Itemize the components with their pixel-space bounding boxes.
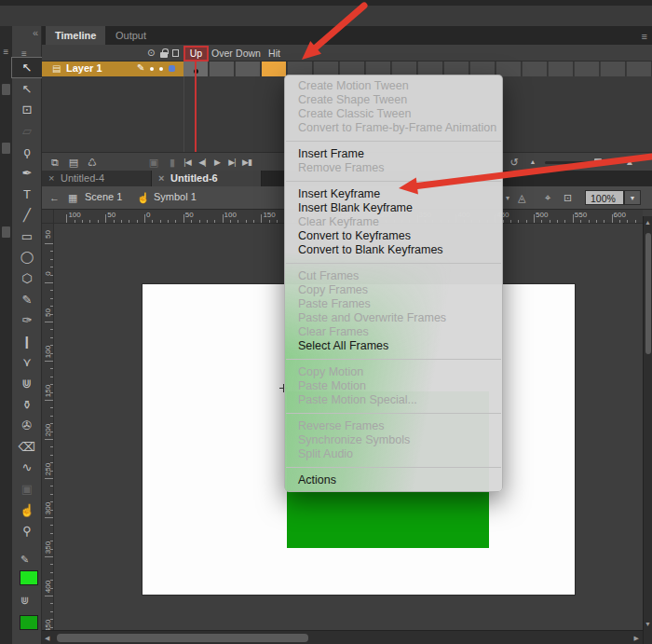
selection-tool[interactable]: ↖	[12, 58, 42, 77]
menu-item-paste-and-overwrite-frames[interactable]: Paste and Overwrite Frames	[285, 311, 502, 325]
width-tool[interactable]: ∿	[12, 458, 42, 477]
menu-item-clear-frames[interactable]: Clear Frames	[285, 325, 502, 339]
rectangle-tool[interactable]: ▭	[12, 226, 42, 246]
pencil-tool[interactable]: ✎	[12, 290, 42, 309]
layer-lock-dot[interactable]	[159, 67, 163, 71]
eyedropper-tool[interactable]: ✇	[12, 416, 42, 435]
step-back-button[interactable]: ◀|	[195, 155, 210, 170]
camera-toggle-button[interactable]: ▣	[147, 155, 160, 170]
go-to-last-frame-button[interactable]: ▶▮	[239, 155, 254, 170]
bone-tool[interactable]: ⋎	[12, 352, 42, 372]
zoom-level-value[interactable]: 100%	[585, 190, 624, 205]
menu-item-remove-frames[interactable]: Remove Frames	[285, 161, 502, 175]
tab-timeline[interactable]: Timeline	[46, 26, 105, 45]
outline-all-icon[interactable]	[172, 49, 179, 57]
menu-item-copy-motion[interactable]: Copy Motion	[285, 365, 502, 379]
close-icon[interactable]: ×	[158, 171, 164, 186]
menu-item-cut-frames[interactable]: Cut Frames	[285, 269, 502, 283]
dock-panel-grip[interactable]	[2, 84, 10, 95]
center-frame-icon[interactable]: ⌖	[545, 192, 550, 204]
breadcrumb-symbol[interactable]: Symbol 1	[154, 191, 197, 202]
lasso-tool[interactable]: ϙ	[12, 142, 42, 161]
scroll-right-icon[interactable]: ▶	[634, 635, 639, 642]
back-arrow-icon[interactable]: ←	[49, 192, 60, 203]
frame-cell[interactable]	[210, 62, 235, 76]
frame-cell[interactable]	[627, 62, 652, 76]
ink-bottle-tool[interactable]: ⚱	[12, 395, 42, 415]
loop-playback-button[interactable]: ↺	[508, 155, 521, 170]
breadcrumb-scene[interactable]: Scene 1	[85, 191, 122, 202]
menu-item-actions[interactable]: Actions	[285, 473, 502, 487]
zoom-tool[interactable]: ⚲	[12, 521, 42, 541]
frame-label-down[interactable]: Down	[236, 45, 261, 62]
new-folder-button[interactable]: ▤	[67, 155, 80, 170]
go-to-first-frame-button[interactable]: |◀	[180, 155, 195, 170]
dock-panel-grip[interactable]	[2, 143, 10, 154]
show-hide-all-icon[interactable]: ⊙	[147, 48, 155, 58]
menu-item-reverse-frames[interactable]: Reverse Frames	[285, 419, 502, 433]
menu-item-convert-to-frame-by-frame-animation[interactable]: Convert to Frame-by-Frame Animation	[285, 121, 502, 135]
frame-cell[interactable]	[523, 62, 548, 76]
paint-bucket-tool[interactable]: ⋓	[12, 374, 42, 393]
menu-item-clear-keyframe[interactable]: Clear Keyframe	[285, 215, 502, 229]
frame-cell[interactable]	[575, 62, 600, 76]
zoom-level-select[interactable]: 100% ▼	[585, 190, 641, 205]
document-tab-untitled-4[interactable]: × Untitled-4 (Canvas)*	[42, 171, 152, 186]
timeline-panel-menu-icon[interactable]: ≡	[642, 31, 647, 42]
polystar-tool[interactable]: ⬡	[12, 268, 42, 288]
layer-name-cell[interactable]: ▤ Layer 1 ✎	[42, 62, 183, 76]
collapse-toolbar-button[interactable]: «	[33, 27, 38, 38]
scroll-up-icon[interactable]: ▲	[645, 219, 651, 226]
close-icon[interactable]: ×	[48, 171, 54, 186]
oval-tool[interactable]: ◯	[12, 247, 42, 267]
frame-label-up[interactable]: Up	[183, 45, 209, 62]
horizontal-scrollbar-thumb[interactable]	[57, 634, 308, 642]
delete-layer-button[interactable]: ♺	[86, 155, 99, 170]
edit-symbols-icon[interactable]: ◬	[518, 192, 525, 204]
frame-label-over[interactable]: Over	[210, 45, 235, 62]
frame-cell[interactable]	[601, 62, 626, 76]
layer-visibility-dot[interactable]	[150, 67, 154, 71]
paint-brush-tool[interactable]: ❙	[12, 332, 42, 351]
frame-label-hit[interactable]: Hit	[262, 45, 287, 62]
subselection-tool[interactable]: ↖	[12, 79, 42, 99]
scroll-down-icon[interactable]: ▼	[645, 621, 651, 627]
camera-tool[interactable]: ▣	[12, 479, 42, 499]
playhead-line[interactable]	[195, 62, 197, 152]
menu-item-create-classic-tween[interactable]: Create Classic Tween	[285, 107, 502, 121]
vertical-scrollbar[interactable]: ▲ ▼	[643, 216, 652, 644]
menu-item-select-all-frames[interactable]: Select All Frames	[285, 339, 502, 353]
selected-frame-cell[interactable]	[262, 62, 287, 76]
menu-item-copy-frames[interactable]: Copy Frames	[285, 283, 502, 297]
frame-view-toggle[interactable]: ▮	[169, 155, 176, 170]
gradient-transform-tool[interactable]: ▱	[12, 121, 42, 141]
menu-item-create-shape-tween[interactable]: Create Shape Tween	[285, 93, 502, 107]
timeline-zoom-slider-thumb[interactable]	[594, 158, 602, 166]
frame-cell[interactable]	[236, 62, 261, 76]
layer-outline-color-swatch[interactable]	[169, 65, 175, 72]
menu-item-paste-motion-special[interactable]: Paste Motion Special...	[285, 393, 502, 407]
tab-output[interactable]: Output	[106, 26, 156, 45]
menu-item-split-audio[interactable]: Split Audio	[285, 447, 502, 461]
lock-all-icon[interactable]	[160, 52, 168, 58]
frame-cell[interactable]	[549, 62, 574, 76]
step-forward-button[interactable]: ▶|	[224, 155, 239, 170]
menu-item-synchronize-symbols[interactable]: Synchronize Symbols	[285, 433, 502, 447]
menu-item-paste-frames[interactable]: Paste Frames	[285, 297, 502, 311]
line-tool[interactable]: ╱	[12, 205, 42, 225]
menu-item-create-motion-tween[interactable]: Create Motion Tween	[285, 79, 502, 93]
fill-color-swatch[interactable]	[20, 615, 38, 630]
horizontal-scrollbar[interactable]: ◀ ▶	[42, 630, 643, 644]
menu-item-insert-frame[interactable]: Insert Frame	[285, 147, 502, 161]
chevron-down-icon[interactable]: ▾	[506, 194, 509, 202]
pen-tool[interactable]: ✒	[12, 163, 42, 183]
menu-item-convert-to-blank-keyframes[interactable]: Convert to Blank Keyframes	[285, 243, 502, 257]
dock-menu-icon[interactable]: ≡	[1, 47, 11, 57]
scroll-left-icon[interactable]: ◀	[45, 635, 49, 642]
document-tab-untitled-6[interactable]: × Untitled-6 (Canvas)*	[152, 171, 262, 186]
free-transform-tool[interactable]: ⊡	[12, 100, 42, 119]
stroke-color-swatch[interactable]	[20, 570, 38, 585]
timeline-zoom-out-icon[interactable]: ▲	[527, 155, 538, 170]
menu-item-convert-to-keyframes[interactable]: Convert to Keyframes	[285, 229, 502, 243]
zoom-select-arrow-icon[interactable]: ▼	[624, 190, 641, 205]
